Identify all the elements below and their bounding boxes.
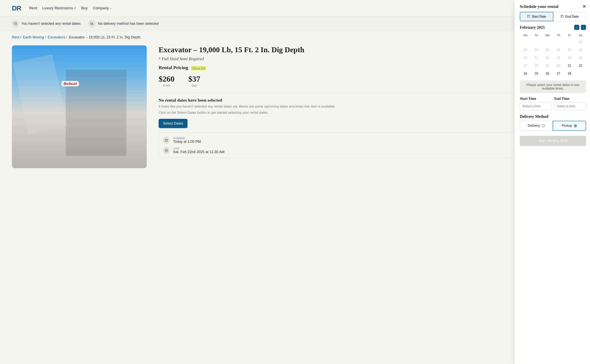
nav: Rent Luxury Restrooms↗ Buy Company⌄ [29, 6, 112, 10]
breadcrumb-earth-moving[interactable]: Earth Moving [23, 35, 44, 39]
breadcrumb: Rent/ Earth Moving/ Excavators/ Excavato… [0, 31, 590, 41]
end-date-tab[interactable]: End Date [553, 12, 586, 21]
calendar-hint: Please select your rental dates to see a… [520, 80, 586, 93]
chevron-left-icon: ‹ [576, 26, 577, 29]
chevron-right-icon: › [583, 26, 584, 29]
calendar-icon [163, 137, 170, 144]
calendar-day[interactable]: 22 [575, 62, 586, 70]
pickup-option[interactable]: Pickup [553, 121, 586, 131]
available-label: Available [173, 136, 201, 140]
calendar-day[interactable]: 24 [520, 70, 531, 78]
calendar-day[interactable]: 26 [542, 70, 553, 78]
svg-rect-11 [165, 150, 168, 152]
weekday-header: Th [553, 32, 564, 38]
calendar-icon [163, 147, 170, 154]
delivery-method-label: Delivery Method [520, 114, 586, 119]
calendar-day: 19 [542, 62, 553, 70]
prev-month-button[interactable]: ‹ [574, 25, 579, 30]
calendar-day[interactable]: 25 [531, 70, 542, 78]
available-value: Today at 1:00 PM [173, 140, 201, 144]
close-panel-button[interactable]: ✕ [583, 4, 586, 9]
about-me-link[interactable]: About Me [191, 66, 206, 70]
status-delivery: No delivery method has been selected [88, 20, 159, 27]
calendar-day: 08 [575, 46, 586, 54]
calendar-day: 03 [520, 46, 531, 54]
external-link-icon: ↗ [74, 6, 76, 10]
svg-rect-7 [165, 139, 168, 141]
product-image[interactable]: Bobcat [12, 45, 147, 168]
calendar-day: 10 [520, 54, 531, 62]
until-value: Sat, Feb 22nd 2025 at 11:30 AM [173, 150, 224, 154]
status-delivery-text: No delivery method has been selected [98, 22, 159, 26]
calendar-day: 14 [564, 54, 575, 62]
calendar-day[interactable]: 28 [564, 70, 575, 78]
start-time-select[interactable]: Select a time [520, 102, 551, 110]
radio-icon [574, 124, 577, 127]
weekday-header: Mo [520, 32, 531, 38]
start-date-tab[interactable]: Start Date [520, 12, 553, 21]
calendar-icon [12, 20, 19, 27]
calendar-day[interactable]: 21 [564, 62, 575, 70]
calendar-icon [560, 15, 564, 19]
panel-title: Schedule your rental [520, 4, 558, 9]
next-month-button[interactable]: › [581, 25, 586, 30]
calendar-day: 17 [520, 62, 531, 70]
status-bar: You haven't selected any rental dates No… [0, 16, 590, 31]
price-day: $37 day [188, 74, 200, 88]
chevron-down-icon: ⌄ [110, 7, 112, 9]
product-brand-label: Bobcat [61, 81, 79, 86]
start-time-label: Start Time [520, 97, 551, 101]
weekday-header: We [542, 32, 553, 38]
svg-rect-0 [14, 23, 17, 25]
month-label: February 2025 [520, 25, 545, 30]
calendar-day: 13 [553, 54, 564, 62]
calendar-day: 11 [531, 54, 542, 62]
status-dates: You haven't selected any rental dates [12, 20, 80, 27]
nav-company[interactable]: Company⌄ [93, 6, 112, 10]
nav-rent[interactable]: Rent [29, 6, 37, 10]
svg-rect-15 [527, 15, 530, 17]
calendar-day: 18 [531, 62, 542, 70]
status-dates-text: You haven't selected any rental dates [21, 22, 80, 26]
price-4hrs: $260 4 hrs [159, 74, 174, 88]
delivery-option[interactable]: Delivery [520, 121, 553, 131]
calendar-day: 15 [575, 54, 586, 62]
calendar-day: 04 [531, 46, 542, 54]
start-renting-button[interactable]: Start Renting [0/4] [520, 136, 586, 146]
truck-icon [88, 20, 95, 27]
select-dates-button[interactable]: Select Dates [159, 119, 188, 128]
end-time-select[interactable]: Select a time [554, 102, 586, 110]
svg-point-5 [91, 24, 92, 25]
header: DR Rent Luxury Restrooms↗ Buy Company⌄ [0, 0, 590, 16]
weekday-header: Sa [575, 32, 586, 38]
calendar-day: 06 [553, 46, 564, 54]
logo[interactable]: DR [12, 4, 21, 12]
breadcrumb-excavators[interactable]: Excavators [47, 35, 65, 39]
calendar: MoTuWeThFrSa 010304050607081011121314151… [520, 32, 586, 78]
calendar-day: 07 [564, 46, 575, 54]
svg-point-6 [92, 24, 93, 25]
radio-icon [542, 124, 545, 127]
pricing-label: Rental Pricing [159, 65, 188, 70]
calendar-day: 20 [553, 62, 564, 70]
svg-rect-4 [91, 23, 92, 24]
nav-buy[interactable]: Buy [81, 6, 88, 10]
calendar-day: 12 [542, 54, 553, 62]
breadcrumb-rent[interactable]: Rent [12, 35, 20, 39]
close-icon: ✕ [583, 4, 586, 9]
calendar-day: 01 [575, 38, 586, 46]
nav-luxury-restrooms[interactable]: Luxury Restrooms↗ [42, 6, 76, 10]
weekday-header: Fr [564, 32, 575, 38]
svg-rect-19 [561, 15, 563, 17]
until-label: Until [173, 147, 224, 150]
calendar-icon [527, 15, 530, 19]
weekday-header: Tu [531, 32, 542, 38]
breadcrumb-current: Excavator – 19,000 Lb, 15 Ft. 2 In. Dig … [69, 35, 140, 39]
schedule-panel: Schedule your rental ✕ Start Date End Da… [515, 0, 590, 364]
calendar-day: 05 [542, 46, 553, 54]
calendar-day[interactable]: 27 [553, 70, 564, 78]
end-time-label: End Time [554, 97, 586, 101]
